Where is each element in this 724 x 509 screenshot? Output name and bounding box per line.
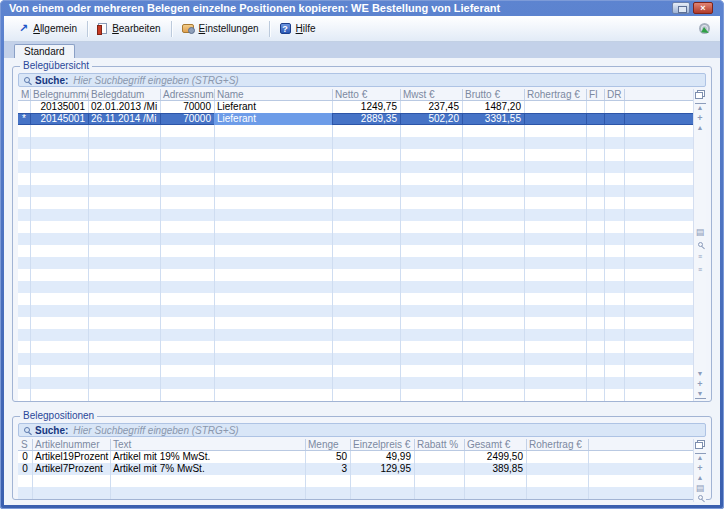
cell-rohertrag[interactable] bbox=[524, 113, 586, 125]
cell-menge[interactable]: 50 bbox=[305, 451, 350, 463]
cell-s[interactable]: 0 bbox=[18, 463, 32, 475]
empty-row[interactable] bbox=[18, 365, 693, 377]
beleg-row-selected[interactable]: * 20145001 26.11.2014 /Mi 70000 Lieferan… bbox=[18, 113, 693, 125]
cell-gesamt[interactable]: 2499,50 bbox=[464, 451, 526, 463]
position-row[interactable]: 0 Artikel19Prozent Artikel mit 19% MwSt.… bbox=[18, 451, 693, 463]
empty-row[interactable] bbox=[18, 317, 693, 329]
empty-row[interactable] bbox=[18, 137, 693, 149]
card-view-icon[interactable]: ▤ bbox=[695, 227, 706, 237]
uebersicht-search-input[interactable] bbox=[73, 74, 700, 86]
scroll-first-icon[interactable]: ▲ bbox=[695, 103, 706, 113]
col-s[interactable]: S bbox=[18, 439, 32, 451]
menu-allgemein[interactable]: ↗ Allgemein bbox=[12, 21, 84, 36]
col-brutto[interactable]: Brutto € bbox=[462, 89, 524, 101]
cell-rabatt[interactable] bbox=[414, 463, 464, 475]
cell-belegdatum[interactable]: 02.01.2013 /Mi bbox=[88, 101, 160, 113]
empty-row[interactable] bbox=[18, 293, 693, 305]
position-row[interactable]: 0 Artikel7Prozent Artikel mit 7% MwSt. 3… bbox=[18, 463, 693, 475]
col-rohertrag[interactable]: Rohertrag € bbox=[524, 89, 586, 101]
empty-row[interactable] bbox=[18, 257, 693, 269]
cell-belegdatum[interactable]: 26.11.2014 /Mi bbox=[88, 113, 160, 125]
empty-row[interactable] bbox=[18, 353, 693, 365]
scroll-up-page-icon[interactable]: + bbox=[695, 113, 706, 123]
cell-adressnummer[interactable]: 70000 bbox=[160, 101, 214, 113]
col-menge[interactable]: Menge bbox=[305, 439, 350, 451]
cell-dr[interactable] bbox=[604, 101, 624, 113]
col-adressnummer[interactable]: Adressnumm bbox=[160, 89, 214, 101]
empty-row[interactable] bbox=[18, 173, 693, 185]
cell-adressnummer[interactable]: 70000 bbox=[160, 113, 214, 125]
scroll-up-page-icon[interactable]: + bbox=[695, 463, 706, 473]
col-gesamt[interactable]: Gesamt € bbox=[464, 439, 526, 451]
sort-desc-icon[interactable]: ≡ bbox=[695, 265, 706, 275]
cell-rohertrag[interactable] bbox=[526, 463, 588, 475]
positionen-search-input[interactable] bbox=[73, 424, 700, 436]
cell-rohertrag[interactable] bbox=[524, 101, 586, 113]
col-m[interactable]: M bbox=[18, 89, 30, 101]
cell-dr[interactable] bbox=[604, 113, 624, 125]
cell-netto[interactable]: 1249,75 bbox=[332, 101, 400, 113]
col-name[interactable]: Name bbox=[214, 89, 332, 101]
cell-mwst[interactable]: 502,20 bbox=[400, 113, 462, 125]
empty-row[interactable] bbox=[18, 269, 693, 281]
empty-row[interactable] bbox=[18, 281, 693, 293]
empty-row[interactable] bbox=[18, 389, 693, 401]
empty-row[interactable] bbox=[18, 149, 693, 161]
col-rohertrag[interactable]: Rohertrag € bbox=[526, 439, 588, 451]
cell-brutto[interactable]: 1487,20 bbox=[462, 101, 524, 113]
empty-row[interactable] bbox=[18, 221, 693, 233]
menu-bearbeiten[interactable]: Bearbeiten bbox=[91, 21, 167, 36]
menu-einstellungen[interactable]: Einstellungen bbox=[175, 21, 266, 36]
scroll-prev-icon[interactable]: ▲ bbox=[695, 473, 706, 483]
cell-s[interactable]: 0 bbox=[18, 451, 32, 463]
col-belegdatum[interactable]: Belegdatum bbox=[88, 89, 160, 101]
empty-row[interactable] bbox=[18, 475, 693, 487]
empty-row[interactable] bbox=[18, 233, 693, 245]
col-belegnummer[interactable]: Belegnummer bbox=[30, 89, 88, 101]
cell-artikelnummer[interactable]: Artikel7Prozent bbox=[32, 463, 110, 475]
col-fi[interactable]: FI bbox=[586, 89, 604, 101]
cell-netto[interactable]: 2889,35 bbox=[332, 113, 400, 125]
col-artikelnummer[interactable]: Artikelnummer bbox=[32, 439, 110, 451]
cell-mwst[interactable]: 237,45 bbox=[400, 101, 462, 113]
card-view-icon[interactable]: ▤ bbox=[695, 483, 706, 493]
cell-menge[interactable]: 3 bbox=[305, 463, 350, 475]
empty-row[interactable] bbox=[18, 197, 693, 209]
cell-einzelpreis[interactable]: 129,95 bbox=[350, 463, 414, 475]
cell-name[interactable]: Lieferant bbox=[214, 101, 332, 113]
zoom-icon[interactable] bbox=[698, 242, 703, 247]
zoom-icon[interactable] bbox=[698, 495, 703, 500]
col-mwst[interactable]: Mwst € bbox=[400, 89, 462, 101]
empty-row[interactable] bbox=[18, 305, 693, 317]
cell-brutto[interactable]: 3391,55 bbox=[462, 113, 524, 125]
column-chooser-icon[interactable] bbox=[695, 90, 705, 99]
col-einzelpreis[interactable]: Einzelpreis € bbox=[350, 439, 414, 451]
cell-einzelpreis[interactable]: 49,99 bbox=[350, 451, 414, 463]
col-text[interactable]: Text bbox=[110, 439, 305, 451]
beleg-row[interactable]: 20135001 02.01.2013 /Mi 70000 Lieferant … bbox=[18, 101, 693, 113]
restore-button[interactable] bbox=[672, 2, 690, 14]
cell-marker[interactable]: * bbox=[18, 113, 30, 125]
col-rabatt[interactable]: Rabatt % bbox=[414, 439, 464, 451]
cell-rohertrag[interactable] bbox=[526, 451, 588, 463]
empty-row[interactable] bbox=[18, 245, 693, 257]
empty-row[interactable] bbox=[18, 329, 693, 341]
cell-text[interactable]: Artikel mit 19% MwSt. bbox=[110, 451, 305, 463]
col-netto[interactable]: Netto € bbox=[332, 89, 400, 101]
cell-gesamt[interactable]: 389,85 bbox=[464, 463, 526, 475]
gear-refresh-icon[interactable] bbox=[699, 23, 710, 34]
titlebar[interactable]: Von einem oder mehreren Belegen einzelne… bbox=[0, 0, 724, 16]
cell-belegnummer[interactable]: 20135001 bbox=[30, 101, 88, 113]
menu-hilfe[interactable]: ? Hilfe bbox=[273, 21, 323, 36]
cell-rabatt[interactable] bbox=[414, 451, 464, 463]
cell-marker[interactable] bbox=[18, 101, 30, 113]
empty-row[interactable] bbox=[18, 377, 693, 389]
cell-fi[interactable] bbox=[586, 101, 604, 113]
empty-row[interactable] bbox=[18, 125, 693, 137]
scroll-first-icon[interactable]: ▲ bbox=[695, 453, 706, 463]
cell-artikelnummer[interactable]: Artikel19Prozent bbox=[32, 451, 110, 463]
scroll-last-icon[interactable]: ▼ bbox=[695, 389, 706, 399]
scroll-next-icon[interactable]: ▼ bbox=[695, 369, 706, 379]
cell-fi[interactable] bbox=[586, 113, 604, 125]
cell-name-focused[interactable]: Lieferant bbox=[214, 113, 332, 125]
